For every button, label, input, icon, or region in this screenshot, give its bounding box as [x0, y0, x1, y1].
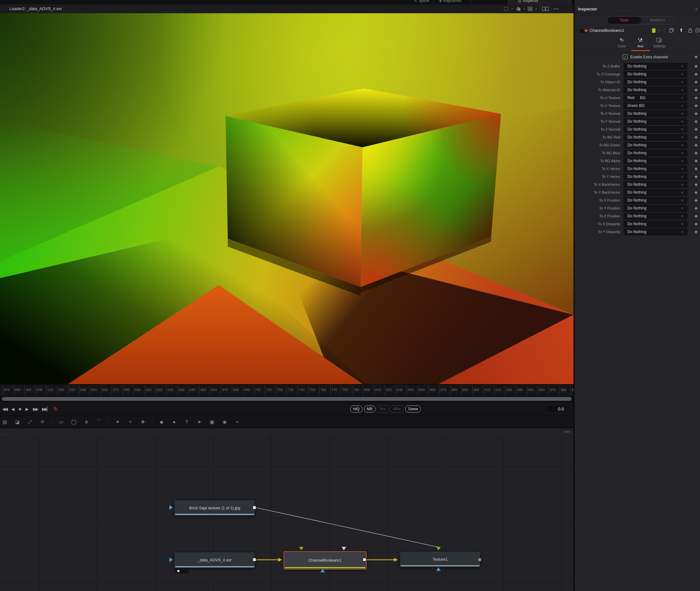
- param-dropdown[interactable]: Do Nothing∨: [624, 228, 687, 235]
- param-dropdown[interactable]: Do Nothing∨: [624, 174, 687, 180]
- keyframe-diamond-icon[interactable]: [695, 81, 698, 84]
- keyframe-diamond-icon[interactable]: [695, 223, 698, 226]
- keyframe-diamond-icon[interactable]: [695, 168, 698, 171]
- enable-extra-channels-checkbox[interactable]: ✓: [623, 55, 627, 59]
- particle-render-icon[interactable]: ❖: [139, 419, 146, 425]
- keyframe-diamond-icon[interactable]: [695, 199, 698, 202]
- node-texture[interactable]: Texture1: [400, 551, 481, 567]
- node-input-port-green[interactable]: [436, 547, 441, 550]
- param-dropdown[interactable]: Do Nothing∨: [624, 63, 687, 70]
- shape-3d-icon[interactable]: ●: [171, 419, 178, 424]
- matte-control-icon[interactable]: ◪: [14, 419, 21, 425]
- keyframe-diamond-icon[interactable]: [695, 96, 698, 100]
- polygon-mask-icon[interactable]: ⋔: [83, 419, 90, 425]
- param-dropdown[interactable]: Do Nothing∨: [624, 134, 687, 141]
- reset-icon[interactable]: [695, 28, 700, 35]
- pin-icon[interactable]: [679, 28, 684, 35]
- keyframe-diamond-icon[interactable]: [695, 207, 698, 210]
- node-loader[interactable]: _data_AOVS_#.exr: [174, 552, 255, 568]
- stop-button[interactable]: ■: [19, 406, 21, 411]
- param-dropdown[interactable]: Red BG∨: [624, 94, 687, 101]
- param-dropdown[interactable]: Do Nothing∨: [624, 87, 687, 93]
- node-editor-options-icon[interactable]: •••: [565, 430, 570, 434]
- node-brick-texture[interactable]: Brick Sept texture (1 of 1).jpg: [174, 500, 255, 516]
- particle-merge-icon[interactable]: ✧: [127, 419, 134, 425]
- play-button[interactable]: ▶: [25, 406, 29, 411]
- keyframe-diamond-icon[interactable]: [695, 175, 698, 179]
- merge-3d-icon[interactable]: ➤: [196, 419, 203, 425]
- keyframe-diamond-icon[interactable]: [695, 159, 698, 163]
- keyframe-diamond-icon[interactable]: [695, 136, 698, 139]
- param-dropdown[interactable]: Do Nothing∨: [624, 197, 687, 204]
- reverse-button[interactable]: ◀◀: [2, 406, 7, 411]
- node-input-port-green[interactable]: [299, 547, 304, 550]
- keyframe-diamond-icon[interactable]: [695, 89, 698, 92]
- node-color-swatch[interactable]: [652, 28, 655, 33]
- keyframe-diamond-icon[interactable]: [695, 65, 698, 68]
- ellipse-mask-icon[interactable]: ◯: [70, 419, 77, 425]
- param-dropdown[interactable]: Do Nothing∨: [624, 150, 687, 156]
- quality-button-prx[interactable]: Prx: [377, 406, 388, 412]
- param-dropdown[interactable]: Do Nothing∨: [624, 142, 687, 148]
- top-button-spline[interactable]: ∿Spline: [414, 0, 429, 4]
- param-dropdown[interactable]: Do Nothing∨: [624, 221, 687, 227]
- camera-3d-icon[interactable]: ▣: [208, 419, 215, 425]
- viewer-image[interactable]: [0, 13, 573, 384]
- node-enable-toggle[interactable]: [579, 28, 588, 34]
- param-dropdown[interactable]: Do Nothing∨: [624, 118, 687, 125]
- chevron-down-icon[interactable]: ∨: [511, 7, 513, 10]
- node-output-port[interactable]: [478, 558, 482, 562]
- top-button-keyframes[interactable]: ◈Keyframes: [439, 0, 461, 4]
- quality-button-mb[interactable]: MB: [364, 406, 375, 412]
- grid-icon[interactable]: [527, 6, 533, 11]
- rectangle-mask-icon[interactable]: ▭: [58, 419, 65, 425]
- chevron-down-icon[interactable]: ∨: [658, 28, 660, 31]
- tab-modifiers[interactable]: Modifiers: [641, 17, 675, 24]
- param-dropdown[interactable]: Do Nothing∨: [624, 158, 687, 164]
- node-input-port[interactable]: [170, 505, 173, 510]
- keyframe-diamond-icon[interactable]: [695, 56, 698, 59]
- spotlight-icon[interactable]: ◉: [221, 419, 228, 425]
- node-channelbooleans[interactable]: ChannelBooleans1: [283, 551, 367, 570]
- keyframe-diamond-icon[interactable]: [695, 73, 698, 76]
- param-dropdown[interactable]: Do Nothing∨: [624, 181, 687, 188]
- subtab-settings[interactable]: Settings: [650, 37, 669, 48]
- param-dropdown[interactable]: Do Nothing∨: [624, 213, 687, 219]
- region-select-icon[interactable]: [503, 6, 509, 11]
- subtab-aux[interactable]: Z Aux: [631, 37, 650, 48]
- param-dropdown[interactable]: Do Nothing∨: [624, 110, 687, 117]
- subtab-color[interactable]: Color: [612, 37, 631, 48]
- node-output-port[interactable]: [253, 506, 256, 509]
- transform-icon[interactable]: ⟳: [39, 419, 46, 425]
- tab-tools[interactable]: Tools: [607, 17, 641, 24]
- node-output-port[interactable]: [363, 558, 366, 562]
- copy-icon[interactable]: [669, 28, 675, 35]
- param-dropdown[interactable]: Do Nothing∨: [624, 205, 687, 212]
- param-dropdown[interactable]: Do Nothing∨: [624, 166, 687, 172]
- param-dropdown[interactable]: Do Nothing∨: [624, 71, 687, 78]
- keyframe-diamond-icon[interactable]: [695, 144, 698, 147]
- node-mask-port[interactable]: [436, 567, 441, 571]
- loop-button[interactable]: ↻: [53, 406, 58, 412]
- color-controls-icon[interactable]: [515, 6, 521, 11]
- viewer-options-icon[interactable]: •••: [554, 7, 559, 11]
- particle-emitter-icon[interactable]: ✦: [114, 419, 121, 425]
- node-input-port[interactable]: [170, 557, 173, 562]
- keyframe-diamond-icon[interactable]: [695, 191, 698, 194]
- quality-button-some[interactable]: Some: [405, 406, 421, 412]
- node-input-port-white[interactable]: [342, 547, 346, 550]
- keyframe-diamond-icon[interactable]: [695, 112, 698, 116]
- media-in-icon[interactable]: ▤: [1, 419, 8, 425]
- quality-button-aprx[interactable]: APrx: [390, 406, 404, 412]
- dual-view-icon[interactable]: [542, 6, 549, 11]
- param-dropdown[interactable]: Green BG∨: [624, 103, 687, 109]
- frame-value-field[interactable]: 0.0: [546, 405, 567, 413]
- node-editor[interactable]: Brick Sept texture (1 of 1).jpg _data_AO…: [0, 435, 573, 591]
- image-plane-3d-icon[interactable]: ◆: [158, 419, 165, 425]
- timeline-ruler[interactable]: 4704804905005105205305405505605705805906…: [0, 384, 573, 396]
- param-dropdown[interactable]: Do Nothing∨: [624, 79, 687, 85]
- chevron-down-icon[interactable]: ∨: [535, 7, 537, 10]
- keyframe-diamond-icon[interactable]: [695, 215, 698, 218]
- bspline-mask-icon[interactable]: ⌒: [96, 419, 103, 425]
- param-dropdown[interactable]: Do Nothing∨: [624, 189, 687, 196]
